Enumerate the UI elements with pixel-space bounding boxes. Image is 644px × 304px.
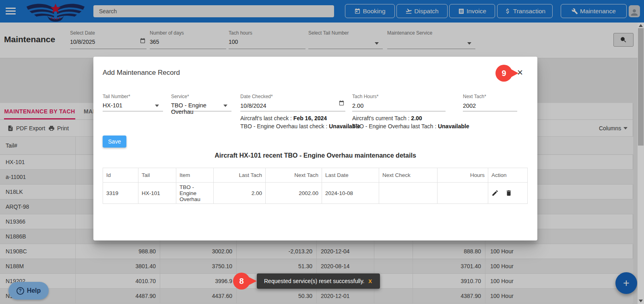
modal-row-cell: [438, 183, 488, 203]
modal-row-cell: 2002.00: [266, 183, 322, 203]
field-label: Tach Hours*: [352, 94, 446, 99]
modal-row-cell: [379, 183, 438, 203]
tach-hours-modal-input[interactable]: [352, 103, 425, 109]
next-tach-input[interactable]: [463, 103, 505, 109]
chevron-down-icon: [223, 105, 227, 107]
tail-number-modal-value: HX-101: [103, 102, 150, 109]
action-cell: [488, 183, 528, 203]
step-marker-9: 9: [495, 64, 520, 82]
current-tach-label: Aircraft's current Tach :: [352, 115, 411, 121]
modal-row-cell: HX-101: [138, 183, 176, 203]
add-maintenance-record-modal: Add Maintenance Record ✕ Tail Number* HX…: [93, 57, 537, 240]
toast-message: Requested service(s) reset successfully.: [264, 278, 365, 284]
field-label: Tail Number*: [103, 94, 163, 99]
delete-icon[interactable]: [505, 189, 512, 197]
service-last-tach-value: Unavailable: [438, 123, 469, 129]
recent-maintenance-title: Aircraft HX-101 recent TBO - Engine Over…: [93, 152, 537, 159]
modal-row-cell: 3319: [103, 183, 138, 203]
field-label: Service*: [171, 94, 231, 99]
modal-column-header: Id: [103, 168, 138, 182]
tail-number-modal-select[interactable]: Tail Number* HX-101: [103, 94, 163, 111]
modal-table-row: 3319HX-101TBO - Engine Overhau2.002002.0…: [103, 183, 527, 203]
service-modal-select[interactable]: Service* TBO - Engine Overhau: [171, 94, 231, 111]
chevron-down-icon: [155, 105, 159, 107]
next-tach-field[interactable]: Next Tach*: [463, 94, 517, 111]
date-checked-field[interactable]: Date Checked*: [240, 94, 345, 111]
save-button[interactable]: Save: [103, 136, 126, 148]
aircraft-tach-info: Aircraft's current Tach : 2.00 TBO - Eng…: [352, 114, 469, 130]
modal-column-header: Last Tach: [214, 168, 266, 182]
last-check-label: Aircraft's last check :: [240, 115, 293, 121]
date-checked-input[interactable]: [240, 103, 322, 109]
modal-column-header: Next Tach: [266, 168, 322, 182]
last-check-value: Feb 16, 2024: [293, 115, 327, 121]
vertical-scrollbar[interactable]: [638, 23, 644, 304]
modal-column-header: Last Date: [322, 168, 379, 182]
current-tach-value: 2.00: [411, 115, 422, 121]
scroll-up-icon[interactable]: [639, 24, 643, 27]
modal-column-header: Action: [488, 168, 528, 182]
calendar-icon[interactable]: [339, 100, 345, 108]
modal-column-header: Item: [176, 168, 214, 182]
service-last-tach-label: TBO - Engine Overhau last Tach :: [352, 123, 438, 129]
recent-maintenance-table: IdTailItemLast TachNext TachLast DateNex…: [103, 168, 528, 204]
field-label: Next Tach*: [463, 94, 517, 99]
field-label: Date Checked*: [240, 94, 345, 99]
modal-column-header: Tail: [138, 168, 176, 182]
modal-title: Add Maintenance Record: [103, 69, 180, 77]
edit-icon[interactable]: [491, 189, 499, 197]
service-modal-value: TBO - Engine Overhau: [171, 102, 218, 115]
toast-close-button[interactable]: X: [368, 278, 372, 284]
step-marker-8-number: 8: [239, 277, 244, 286]
scroll-down-icon[interactable]: [639, 300, 643, 302]
app-root: Booking Dispatch Invoice Transaction Mai…: [0, 0, 644, 304]
tach-hours-modal-field[interactable]: Tach Hours*: [352, 94, 446, 111]
scrollbar-thumb[interactable]: [638, 28, 644, 146]
modal-column-header: Next Check: [379, 168, 438, 182]
step-marker-8: 8: [233, 272, 258, 290]
service-last-check-label: TBO - Engine Overhau last check :: [240, 123, 329, 129]
toast-notification: Requested service(s) reset successfully.…: [257, 273, 380, 289]
modal-row-cell: 2024-10-08: [322, 183, 379, 203]
modal-column-header: Hours: [438, 168, 488, 182]
modal-row-cell: TBO - Engine Overhau: [176, 183, 214, 203]
modal-row-cell: 2.00: [214, 183, 266, 203]
modal-table-header: IdTailItemLast TachNext TachLast DateNex…: [103, 168, 527, 183]
step-marker-9-number: 9: [502, 69, 506, 78]
aircraft-check-info: Aircraft's last check : Feb 16, 2024 TBO…: [240, 114, 360, 130]
